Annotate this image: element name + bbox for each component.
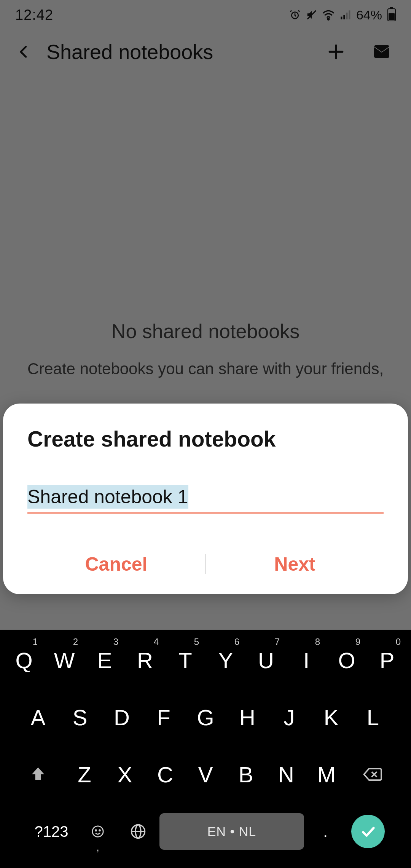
key-e[interactable]: E3 xyxy=(86,634,124,686)
keyboard-row-2: ASDFGHJKL xyxy=(2,691,409,743)
emoji-key[interactable]: , xyxy=(79,806,117,857)
cancel-button[interactable]: Cancel xyxy=(27,548,205,581)
key-l[interactable]: L xyxy=(353,691,393,743)
shift-key[interactable] xyxy=(13,748,63,800)
soft-keyboard: Q1W2E3R4T5Y6U7I8O9P0 ASDFGHJKL ZXCVBNM ?… xyxy=(0,630,411,868)
create-notebook-dialog: Create shared notebook Shared notebook 1… xyxy=(3,404,408,594)
key-w[interactable]: W2 xyxy=(45,634,83,686)
enter-key[interactable] xyxy=(351,815,385,848)
keyboard-row-3: ZXCVBNM xyxy=(2,748,409,800)
key-q[interactable]: Q1 xyxy=(5,634,43,686)
key-d[interactable]: D xyxy=(102,691,142,743)
key-a[interactable]: A xyxy=(18,691,58,743)
keyboard-row-4: ?123 , EN • NL . xyxy=(2,806,409,857)
dialog-title: Create shared notebook xyxy=(27,426,384,452)
svg-point-13 xyxy=(99,830,100,831)
svg-point-11 xyxy=(92,826,103,837)
key-i[interactable]: I8 xyxy=(287,634,325,686)
space-key[interactable]: EN • NL xyxy=(159,813,304,850)
next-button[interactable]: Next xyxy=(206,548,384,581)
key-k[interactable]: K xyxy=(311,691,351,743)
key-p[interactable]: P0 xyxy=(368,634,406,686)
key-u[interactable]: U7 xyxy=(247,634,285,686)
svg-point-12 xyxy=(96,830,97,831)
backspace-key[interactable] xyxy=(348,748,398,800)
key-h[interactable]: H xyxy=(228,691,267,743)
keyboard-row-3-letters: ZXCVBNM xyxy=(65,748,346,800)
keyboard-row-1: Q1W2E3R4T5Y6U7I8O9P0 xyxy=(2,634,409,686)
key-x[interactable]: X xyxy=(106,748,144,800)
app-screen: 12:42 64% Shared notebooks xyxy=(0,0,411,868)
key-r[interactable]: R4 xyxy=(126,634,164,686)
key-v[interactable]: V xyxy=(186,748,225,800)
key-b[interactable]: B xyxy=(227,748,265,800)
key-s[interactable]: S xyxy=(60,691,100,743)
notebook-name-field-wrap: Shared notebook 1 xyxy=(27,485,384,514)
language-key[interactable] xyxy=(119,806,157,857)
key-y[interactable]: Y6 xyxy=(207,634,245,686)
key-c[interactable]: C xyxy=(146,748,184,800)
symbols-key[interactable]: ?123 xyxy=(26,806,76,857)
key-o[interactable]: O9 xyxy=(328,634,366,686)
key-n[interactable]: N xyxy=(267,748,305,800)
comma-hint: , xyxy=(96,841,99,854)
key-m[interactable]: M xyxy=(307,748,346,800)
dialog-actions: Cancel Next xyxy=(27,548,384,581)
notebook-name-input[interactable]: Shared notebook 1 xyxy=(27,485,188,509)
key-j[interactable]: J xyxy=(269,691,309,743)
key-z[interactable]: Z xyxy=(65,748,104,800)
key-t[interactable]: T5 xyxy=(166,634,204,686)
key-g[interactable]: G xyxy=(186,691,225,743)
key-f[interactable]: F xyxy=(144,691,183,743)
period-key[interactable]: . xyxy=(306,806,344,857)
